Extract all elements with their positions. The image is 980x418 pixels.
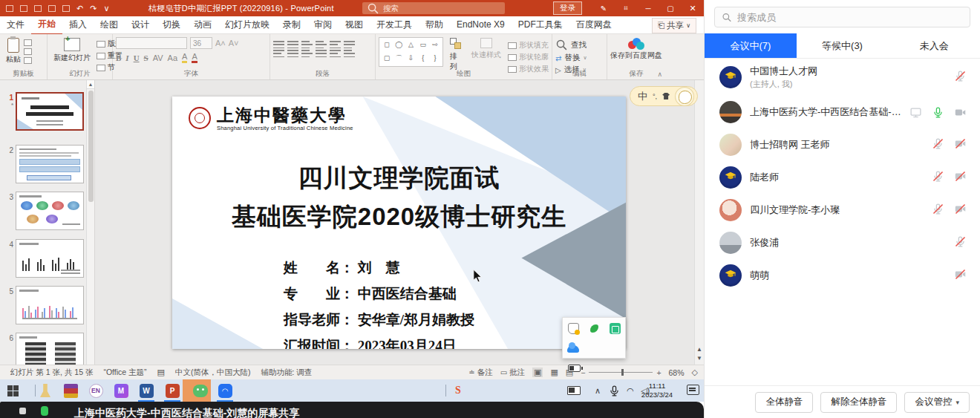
scroll-next-slide-icon[interactable]: ▼: [695, 354, 704, 363]
bullets-icon[interactable]: [273, 41, 284, 48]
camera-icon[interactable]: [954, 106, 967, 119]
screen-share-icon[interactable]: [909, 106, 922, 119]
comments-button[interactable]: ▭ 批注: [500, 368, 525, 378]
replace-button[interactable]: ⇄ 替换 ∨: [555, 53, 604, 63]
bold-button[interactable]: B: [116, 53, 121, 62]
tab-baidu-netdisk[interactable]: 百度网盘: [569, 16, 618, 34]
align-left-icon[interactable]: [273, 50, 284, 57]
slide-scrollbar[interactable]: ▲ ▼: [694, 80, 704, 365]
taskbar-app-wechat-active[interactable]: [183, 379, 211, 402]
indent-increase-icon[interactable]: [316, 41, 327, 48]
tab-not-joined[interactable]: 未入会: [888, 33, 980, 58]
tab-insert[interactable]: 插入: [62, 16, 94, 34]
text-direction-icon[interactable]: [344, 41, 355, 48]
cloud-app-icon[interactable]: [567, 345, 579, 353]
open-icon[interactable]: [6, 5, 13, 12]
tab-review[interactable]: 审阅: [307, 16, 339, 34]
arrange-button[interactable]: 排列: [447, 37, 465, 73]
unmute-all-button[interactable]: 解除全体静音: [820, 392, 897, 413]
qat-dropdown-icon[interactable]: ∨: [103, 4, 109, 13]
italic-button[interactable]: I: [125, 53, 128, 62]
shape-square-icon[interactable]: ▢: [384, 54, 391, 62]
shape-parallelogram-icon[interactable]: ▭: [419, 41, 426, 48]
action-center-icon[interactable]: [687, 385, 699, 395]
camera-muted-icon[interactable]: [954, 268, 967, 284]
format-painter-icon[interactable]: [24, 57, 32, 64]
tray-display-icon[interactable]: [563, 382, 585, 399]
camera-muted-icon[interactable]: [954, 170, 967, 186]
tab-file[interactable]: 文件: [0, 16, 31, 34]
justify-icon[interactable]: [316, 50, 327, 57]
camera-muted-icon[interactable]: [954, 137, 967, 153]
shape-ellipse-icon[interactable]: ◯: [395, 41, 402, 48]
thumbnail-item-2[interactable]: 2: [3, 145, 84, 183]
mute-all-button[interactable]: 全体静音: [755, 392, 813, 413]
battery-flyout-icon[interactable]: [568, 365, 581, 372]
shape-fill-button[interactable]: 形状填充: [508, 40, 549, 50]
thumbnail-item-4[interactable]: 4: [3, 239, 84, 278]
change-case-icon[interactable]: Aa: [168, 53, 177, 62]
slide-canvas[interactable]: 上海中醫藥大學 Shanghai University of Tradition…: [172, 97, 626, 349]
print-preview-icon[interactable]: [48, 5, 56, 12]
thumbnail-scroll-up-icon[interactable]: ▲: [87, 80, 94, 89]
mic-muted-icon[interactable]: [932, 203, 944, 218]
taskbar-app-word[interactable]: W: [135, 382, 157, 399]
thumbnail-item-5[interactable]: 5: [3, 286, 84, 324]
char-spacing-icon[interactable]: AV: [153, 53, 163, 62]
shape-arc-icon[interactable]: ⌒: [396, 53, 402, 63]
tray-sogou-icon[interactable]: S: [447, 382, 469, 399]
participant-row[interactable]: 博士招聘网 王老师: [705, 128, 980, 161]
tab-transitions[interactable]: 切换: [156, 16, 187, 34]
language-status[interactable]: 中文(简体，中国大陆): [175, 368, 251, 378]
tab-developer[interactable]: 开发工具: [370, 16, 419, 34]
member-search-box[interactable]: [714, 7, 970, 27]
member-search-input[interactable]: [737, 12, 963, 23]
ime-toolbar[interactable]: 中 °,: [630, 86, 698, 106]
font-size-combo[interactable]: 36: [190, 37, 212, 49]
taskbar-app-m[interactable]: M: [110, 382, 132, 399]
find-button[interactable]: 查找: [555, 39, 604, 51]
quick-styles-button[interactable]: 快速样式: [468, 37, 504, 61]
participant-row[interactable]: 萌萌: [705, 259, 980, 292]
thumbnail-item-3[interactable]: 3: [3, 192, 84, 230]
tab-record[interactable]: 录制: [276, 16, 307, 34]
cut-icon[interactable]: [24, 39, 32, 46]
thumbnail-slide-1[interactable]: [16, 92, 84, 131]
align-right-icon[interactable]: [301, 50, 313, 57]
shape-down-arrow-icon[interactable]: ⇩: [408, 54, 414, 62]
taskbar-app-tool[interactable]: [34, 382, 56, 399]
spellcheck-icon[interactable]: ▤: [157, 368, 165, 377]
redo-icon[interactable]: ↷: [90, 4, 97, 13]
docs-app-icon[interactable]: [610, 323, 621, 334]
thumbnail-scrollbar[interactable]: ▲: [86, 80, 94, 365]
login-button[interactable]: 登录: [553, 1, 582, 15]
indent-decrease-icon[interactable]: [301, 41, 313, 48]
slideshow-icon[interactable]: [62, 5, 70, 12]
underline-button[interactable]: U: [134, 53, 140, 62]
participant-row[interactable]: 中国博士人才网 (主持人, 我): [705, 59, 980, 96]
participant-row[interactable]: 四川文理学院-李小璨: [705, 194, 980, 226]
shape-outline-button[interactable]: 形状轮廓: [508, 52, 549, 62]
start-button[interactable]: [1, 382, 24, 399]
taskbar-app-powerpoint[interactable]: P: [161, 382, 183, 399]
fit-to-window-icon[interactable]: ◇: [692, 368, 698, 377]
participant-row[interactable]: 张俊浦: [705, 226, 980, 259]
shape-brace-left-icon[interactable]: {: [422, 54, 424, 62]
tab-endnote[interactable]: EndNote X9: [450, 17, 512, 33]
tab-slideshow[interactable]: 幻灯片放映: [218, 16, 276, 34]
mic-on-icon[interactable]: [932, 106, 944, 119]
save-to-baidu-button[interactable]: 保存到百度网盘: [610, 37, 662, 61]
mic-muted-icon[interactable]: [954, 70, 967, 85]
meeting-control-button[interactable]: 会议管控 ▾: [904, 392, 970, 413]
tab-pdf-tools[interactable]: PDF工具集: [512, 16, 569, 34]
shape-triangle-icon[interactable]: △: [408, 41, 414, 48]
close-button[interactable]: ✕: [682, 0, 704, 16]
thumbnail-slide-5[interactable]: [16, 286, 84, 324]
paste-button[interactable]: 粘贴: [3, 37, 24, 65]
mic-muted-icon[interactable]: [932, 137, 944, 153]
taskbar-clock[interactable]: 11:11 2023/3/24: [636, 382, 679, 399]
taskbar-app-endnote[interactable]: EN: [85, 382, 107, 399]
smartart-icon[interactable]: [344, 50, 355, 57]
notes-button[interactable]: ≐ 备注: [468, 368, 492, 378]
undo-icon[interactable]: ↶: [76, 4, 83, 13]
